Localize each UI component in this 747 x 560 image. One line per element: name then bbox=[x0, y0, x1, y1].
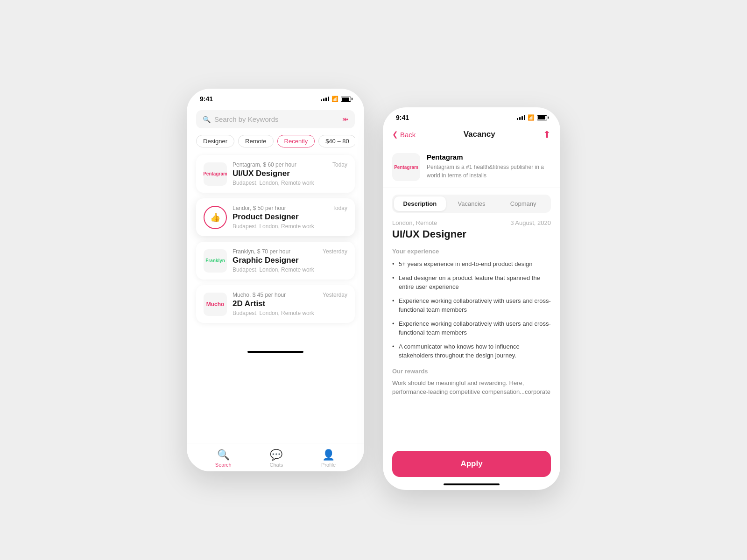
status-bar-right: 9:41 📶 bbox=[383, 107, 560, 125]
job-location-mucho: Budapest, London, Remote work bbox=[233, 310, 347, 316]
chevron-left-icon: ❮ bbox=[392, 130, 398, 139]
nav-chats[interactable]: 💬 Chats bbox=[269, 449, 283, 468]
company-name-mucho: Mucho, $ 45 per hour bbox=[233, 292, 286, 298]
right-phone: 9:41 📶 ❮ Back Vacancy ⬆ bbox=[383, 107, 560, 490]
job-title-mucho: 2D Artist bbox=[233, 299, 347, 308]
chats-nav-icon: 💬 bbox=[270, 449, 282, 461]
share-icon: ⬆ bbox=[543, 129, 551, 140]
job-date-landor: Today bbox=[332, 205, 347, 211]
job-date-mucho: Yesterday bbox=[323, 292, 347, 298]
job-detail-content: London, Remote 3 August, 2020 UI/UX Desi… bbox=[383, 219, 560, 397]
share-button[interactable]: ⬆ bbox=[543, 129, 551, 140]
company-section: Pentagram Pentagram Pentagram is a #1 he… bbox=[383, 147, 560, 188]
detail-date: 3 August, 2020 bbox=[510, 219, 551, 226]
rewards-section-label: Our rewards bbox=[392, 368, 551, 375]
scene: 9:41 📶 🔍 Search by Keywords ⤕ Designer bbox=[0, 0, 747, 560]
left-phone: 9:41 📶 🔍 Search by Keywords ⤕ Designer bbox=[187, 89, 364, 471]
job-location-pentagram: Budapest, London, Remote work bbox=[233, 180, 347, 186]
chip-remote[interactable]: Remote bbox=[238, 135, 274, 147]
tab-description[interactable]: Description bbox=[394, 196, 446, 211]
detail-tabs: Description Vacancies Copmany bbox=[392, 195, 551, 213]
bottom-nav: 🔍 Search 💬 Chats 👤 Profile bbox=[187, 443, 364, 471]
experience-list: 5+ years experience in end-to-end produc… bbox=[392, 259, 551, 360]
experience-item-5: A communicator who knows how to influenc… bbox=[392, 342, 551, 360]
search-icon: 🔍 bbox=[203, 116, 211, 123]
back-button[interactable]: ❮ Back bbox=[392, 130, 416, 139]
company-desc-name: Pentagram bbox=[427, 153, 551, 161]
thumbs-up-icon: 👍 bbox=[210, 212, 220, 223]
company-name-pentagram: Pentagram, $ 60 per hour bbox=[233, 161, 296, 168]
job-meta-pentagram: Pentagram, $ 60 per hour Today bbox=[233, 161, 347, 168]
nav-search-label: Search bbox=[215, 462, 232, 468]
nav-profile[interactable]: 👤 Profile bbox=[321, 449, 336, 468]
back-label: Back bbox=[400, 131, 416, 139]
status-bar-left: 9:41 📶 bbox=[187, 89, 364, 106]
company-logo-pentagram: Pentagram bbox=[204, 162, 227, 186]
status-time-left: 9:41 bbox=[200, 95, 213, 103]
company-desc-text: Pentagram is a #1 health&fitness publish… bbox=[427, 163, 551, 180]
filter-icon[interactable]: ⤕ bbox=[342, 115, 348, 124]
experience-item-3: Experience working collaboratively with … bbox=[392, 296, 551, 315]
detail-location-row: London, Remote 3 August, 2020 bbox=[392, 219, 551, 226]
battery-icon-left bbox=[341, 97, 351, 102]
company-info: Pentagram Pentagram is a #1 health&fitne… bbox=[427, 153, 551, 180]
job-info-pentagram: Pentagram, $ 60 per hour Today UI/UX Des… bbox=[233, 161, 347, 186]
job-list: Pentagram Pentagram, $ 60 per hour Today… bbox=[196, 155, 355, 323]
job-title-franklyn: Graphic Designer bbox=[233, 256, 347, 265]
job-card-pentagram[interactable]: Pentagram Pentagram, $ 60 per hour Today… bbox=[196, 155, 355, 193]
signal-bars-right bbox=[517, 115, 525, 120]
chip-salary[interactable]: $40 – 80 bbox=[318, 135, 355, 147]
search-bar[interactable]: 🔍 Search by Keywords ⤕ bbox=[196, 110, 355, 128]
job-location-landor: Budapest, London, Remote work bbox=[233, 223, 347, 230]
job-title-landor: Product Designer bbox=[233, 212, 347, 222]
company-logo-large: Pentagram bbox=[392, 153, 420, 181]
wifi-icon-right: 📶 bbox=[528, 114, 535, 121]
vacancy-title: Vacancy bbox=[464, 130, 495, 139]
experience-item-4: Experience working collaboratively with … bbox=[392, 319, 551, 337]
job-info-franklyn: Franklyn, $ 70 per hour Yesterday Graphi… bbox=[233, 248, 347, 273]
status-time-right: 9:41 bbox=[396, 114, 409, 121]
job-card-mucho[interactable]: Mucho Mucho, $ 45 per hour Yesterday 2D … bbox=[196, 285, 355, 323]
job-card-landor[interactable]: 👍 Landor, $ 50 per hour Today Product De… bbox=[196, 198, 355, 236]
job-meta-mucho: Mucho, $ 45 per hour Yesterday bbox=[233, 292, 347, 298]
profile-nav-icon: 👤 bbox=[322, 449, 335, 461]
vacancy-header: ❮ Back Vacancy ⬆ bbox=[383, 125, 560, 147]
nav-search[interactable]: 🔍 Search bbox=[215, 449, 232, 468]
job-info-landor: Landor, $ 50 per hour Today Product Desi… bbox=[233, 205, 347, 230]
status-icons-left: 📶 bbox=[321, 96, 351, 102]
job-meta-franklyn: Franklyn, $ 70 per hour Yesterday bbox=[233, 248, 347, 255]
job-card-franklyn[interactable]: Franklyn Franklyn, $ 70 per hour Yesterd… bbox=[196, 242, 355, 280]
tab-company[interactable]: Copmany bbox=[497, 196, 549, 211]
liked-badge-landor[interactable]: 👍 bbox=[204, 206, 227, 229]
company-logo-franklyn: Franklyn bbox=[204, 249, 227, 273]
experience-item-2: Lead designer on a product feature that … bbox=[392, 273, 551, 292]
company-logo-mucho: Mucho bbox=[204, 293, 227, 316]
experience-section-label: Your experience bbox=[392, 248, 551, 255]
search-placeholder: Search by Keywords bbox=[214, 115, 338, 123]
job-date-franklyn: Yesterday bbox=[323, 248, 347, 255]
job-title-pentagram: UI/UX Designer bbox=[233, 169, 347, 178]
job-meta-landor: Landor, $ 50 per hour Today bbox=[233, 205, 347, 211]
status-icons-right: 📶 bbox=[517, 114, 547, 121]
battery-icon-right bbox=[537, 115, 547, 120]
nav-profile-label: Profile bbox=[321, 462, 336, 468]
job-date-pentagram: Today bbox=[332, 161, 347, 168]
chip-designer[interactable]: Designer bbox=[196, 135, 234, 147]
tab-vacancies[interactable]: Vacancies bbox=[446, 196, 498, 211]
filter-chips: Designer Remote Recently $40 – 80 bbox=[196, 135, 355, 147]
wifi-icon-left: 📶 bbox=[331, 96, 338, 102]
apply-button[interactable]: Apply bbox=[392, 451, 551, 477]
job-info-mucho: Mucho, $ 45 per hour Yesterday 2D Artist… bbox=[233, 292, 347, 316]
job-location-franklyn: Budapest, London, Remote work bbox=[233, 266, 347, 273]
experience-item-1: 5+ years experience in end-to-end produc… bbox=[392, 259, 551, 269]
chip-recently[interactable]: Recently bbox=[277, 135, 315, 147]
rewards-text: Work should be meaningful and rewarding.… bbox=[392, 378, 551, 397]
company-name-franklyn: Franklyn, $ 70 per hour bbox=[233, 248, 290, 255]
search-nav-icon: 🔍 bbox=[217, 449, 230, 461]
apply-button-container: Apply bbox=[392, 451, 551, 477]
detail-job-title: UI/UX Designer bbox=[392, 228, 551, 240]
company-name-landor: Landor, $ 50 per hour bbox=[233, 205, 286, 211]
detail-location: London, Remote bbox=[392, 219, 437, 226]
nav-chats-label: Chats bbox=[269, 462, 283, 468]
signal-bars-left bbox=[321, 97, 329, 101]
